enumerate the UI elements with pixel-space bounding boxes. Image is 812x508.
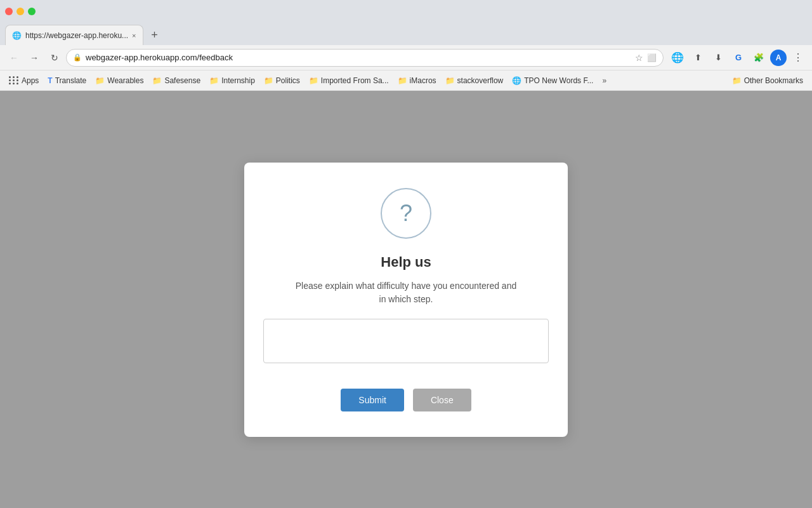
nav-bar: ← → ↻ 🔒 webgazer-app.herokuapp.com/feedb… bbox=[0, 45, 812, 70]
other-bookmarks-label: Other Bookmarks bbox=[744, 76, 803, 85]
bookmark-safesense[interactable]: 📁 Safesense bbox=[148, 74, 204, 87]
bookmark-wearables[interactable]: 📁 Wearables bbox=[91, 74, 147, 87]
bookmark-safesense-label: Safesense bbox=[164, 76, 200, 85]
folder-icon: 📁 bbox=[152, 76, 162, 85]
bookmark-apps[interactable]: Apps bbox=[5, 74, 43, 87]
forward-button[interactable]: → bbox=[25, 49, 43, 67]
menu-button[interactable]: ⋮ bbox=[789, 49, 807, 67]
title-bar bbox=[0, 0, 812, 22]
apps-grid-icon bbox=[9, 76, 19, 84]
star-icon[interactable]: ☆ bbox=[635, 53, 643, 63]
folder-icon: 📁 bbox=[445, 76, 455, 85]
bookmark-apps-label: Apps bbox=[22, 76, 39, 85]
tab-favicon: 🌐 bbox=[12, 31, 22, 40]
folder-icon: 📁 bbox=[398, 76, 407, 85]
translate-icon: T bbox=[48, 76, 52, 85]
bookmark-imported-label: Imported From Sa... bbox=[321, 76, 389, 85]
bookmark-translate[interactable]: T Translate bbox=[44, 74, 90, 87]
bookmark-internship-label: Internship bbox=[221, 76, 255, 85]
g-button[interactable]: G bbox=[730, 49, 747, 67]
globe-extension-button[interactable]: 🌐 bbox=[669, 49, 686, 67]
refresh-button[interactable]: ↻ bbox=[46, 49, 63, 67]
bookmark-imported[interactable]: 📁 Imported From Sa... bbox=[305, 74, 393, 87]
folder-icon: 📁 bbox=[209, 76, 219, 85]
folder-icon: 📁 bbox=[95, 76, 105, 85]
screencast-icon[interactable]: ⬜ bbox=[647, 53, 657, 62]
back-button[interactable]: ← bbox=[5, 49, 23, 67]
feedback-modal: ? Help us Please explain what difficulty… bbox=[244, 163, 568, 437]
question-mark-icon: ? bbox=[400, 202, 412, 225]
more-bookmarks-button[interactable]: » bbox=[598, 74, 610, 87]
minimize-window-button[interactable] bbox=[16, 8, 24, 15]
tab-close-button[interactable]: × bbox=[132, 32, 136, 39]
tab-label: https://webgazer-app.heroku... bbox=[25, 31, 128, 40]
bookmark-stackoverflow[interactable]: 📁 stackoverflow bbox=[442, 74, 508, 87]
bookmark-translate-label: Translate bbox=[55, 76, 87, 85]
new-tab-button[interactable]: + bbox=[146, 26, 164, 44]
globe-bookmark-icon: 🌐 bbox=[512, 76, 521, 85]
bookmarks-bar: Apps T Translate 📁 Wearables 📁 Safesense… bbox=[0, 70, 812, 91]
bookmark-wearables-label: Wearables bbox=[107, 76, 143, 85]
modal-description: Please explain what difficulty have you … bbox=[296, 279, 516, 306]
bookmark-tpo-label: TPO New Words F... bbox=[524, 76, 593, 85]
tab-bar: 🌐 https://webgazer-app.heroku... × + bbox=[0, 22, 812, 45]
download-button[interactable]: ⬇ bbox=[709, 49, 727, 67]
other-bookmarks-button[interactable]: 📁 Other Bookmarks bbox=[728, 74, 807, 87]
address-text: webgazer-app.herokuapp.com/feedback bbox=[86, 53, 631, 62]
active-tab[interactable]: 🌐 https://webgazer-app.heroku... × bbox=[5, 25, 143, 45]
bookmark-imacros[interactable]: 📁 iMacros bbox=[394, 74, 440, 87]
bookmark-politics-label: Politics bbox=[276, 76, 300, 85]
page-background: ? Help us Please explain what difficulty… bbox=[0, 91, 812, 508]
extension-button[interactable]: ⬆ bbox=[689, 49, 707, 67]
other-bookmarks-icon: 📁 bbox=[732, 76, 742, 85]
bookmark-tpo[interactable]: 🌐 TPO New Words F... bbox=[508, 74, 597, 87]
puzzle-button[interactable]: 🧩 bbox=[750, 49, 768, 67]
lock-icon: 🔒 bbox=[73, 53, 82, 62]
close-window-button[interactable] bbox=[5, 8, 13, 15]
address-bar[interactable]: 🔒 webgazer-app.herokuapp.com/feedback ☆ … bbox=[66, 49, 664, 67]
nav-icons: 🌐 ⬆ ⬇ G 🧩 A ⋮ bbox=[669, 49, 807, 67]
folder-icon: 📁 bbox=[264, 76, 273, 85]
submit-button[interactable]: Submit bbox=[341, 389, 404, 411]
bookmark-imacros-label: iMacros bbox=[410, 76, 436, 85]
modal-buttons: Submit Close bbox=[341, 389, 471, 411]
close-button[interactable]: Close bbox=[413, 389, 471, 411]
bookmark-internship[interactable]: 📁 Internship bbox=[206, 74, 259, 87]
maximize-window-button[interactable] bbox=[28, 8, 36, 15]
bookmark-politics[interactable]: 📁 Politics bbox=[260, 74, 304, 87]
modal-title: Help us bbox=[381, 254, 431, 271]
feedback-textarea[interactable] bbox=[263, 319, 549, 363]
question-icon-circle: ? bbox=[381, 188, 431, 239]
profile-avatar[interactable]: A bbox=[770, 50, 787, 66]
bookmark-stackoverflow-label: stackoverflow bbox=[457, 76, 504, 85]
folder-icon: 📁 bbox=[309, 76, 318, 85]
